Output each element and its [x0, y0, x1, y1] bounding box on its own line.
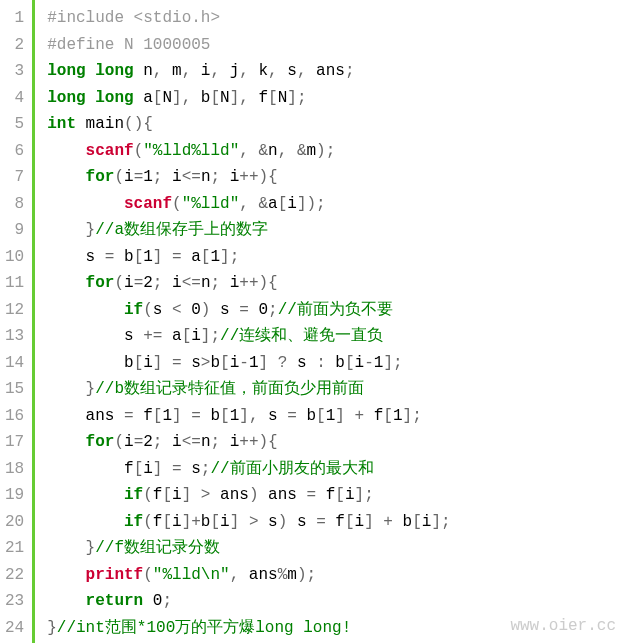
token-pun: [: [182, 327, 192, 345]
token-pun: [: [153, 407, 163, 425]
token-pun: =: [105, 248, 115, 266]
token-pun: ,: [210, 62, 220, 80]
line-number: 21: [5, 535, 24, 562]
token-txt: s: [268, 513, 278, 531]
token-str: "%lld": [182, 195, 240, 213]
token-txt: m: [306, 142, 316, 160]
code-line: int main(){: [47, 111, 626, 138]
line-number: 18: [5, 456, 24, 483]
token-pun: [: [220, 407, 230, 425]
token-txt: s: [153, 301, 172, 319]
token-pun: =: [124, 407, 134, 425]
token-pun: ,: [153, 62, 163, 80]
token-pun: ] >: [182, 486, 220, 504]
token-pun: +=: [143, 327, 162, 345]
token-pun: (: [143, 486, 153, 504]
token-pun: ] >: [230, 513, 268, 531]
token-pun: ] +: [335, 407, 373, 425]
token-txt: 1: [393, 407, 403, 425]
code-line: for(i=2; i<=n; i++){: [47, 270, 626, 297]
token-txt: ans: [220, 486, 249, 504]
token-pun: ] ?: [259, 354, 297, 372]
token-str: "%lld%lld": [143, 142, 239, 160]
token-txt: m: [287, 566, 297, 584]
token-pun: (: [114, 274, 124, 292]
token-pun: ): [278, 513, 288, 531]
token-txt: i: [162, 433, 181, 451]
line-number: 7: [5, 164, 24, 191]
token-txt: i: [287, 195, 297, 213]
line-number: 19: [5, 482, 24, 509]
token-pun: ];: [201, 327, 220, 345]
code-line: for(i=2; i<=n; i++){: [47, 429, 626, 456]
code-block: 123456789101112131415161718192021222324 …: [0, 0, 626, 643]
token-pun: }: [47, 619, 57, 637]
line-number: 9: [5, 217, 24, 244]
token-txt: main: [76, 115, 124, 133]
token-pun: [: [335, 486, 345, 504]
token-txt: [86, 89, 96, 107]
token-txt: k: [249, 62, 268, 80]
token-pun: [: [383, 407, 393, 425]
line-number: 12: [5, 297, 24, 324]
token-pun: }: [86, 380, 96, 398]
token-pun: ],: [230, 89, 249, 107]
token-txt: 1: [143, 168, 153, 186]
token-pun: (: [114, 433, 124, 451]
token-pun: );: [297, 566, 316, 584]
token-txt: s: [124, 327, 143, 345]
token-pun: ]);: [297, 195, 326, 213]
token-txt: i: [220, 513, 230, 531]
token-fn: scanf: [124, 195, 172, 213]
token-fn: scanf: [86, 142, 134, 160]
token-txt: 1: [162, 407, 172, 425]
line-number: 16: [5, 403, 24, 430]
token-kw: for: [86, 274, 115, 292]
token-txt: i: [220, 274, 239, 292]
token-txt: m: [162, 62, 181, 80]
token-pun: [: [162, 513, 172, 531]
token-txt: s: [191, 460, 201, 478]
token-txt: 2: [143, 433, 153, 451]
code-line: }//f数组记录分数: [47, 535, 626, 562]
token-txt: 1: [326, 407, 336, 425]
token-txt: b: [124, 354, 134, 372]
token-txt: i: [422, 513, 432, 531]
token-pun: ];: [220, 248, 239, 266]
token-txt: b: [297, 407, 316, 425]
token-pun: ++){: [239, 433, 277, 451]
token-txt: f: [153, 486, 163, 504]
token-cmt: //a数组保存手上的数字: [95, 221, 268, 239]
line-number: 20: [5, 509, 24, 536]
token-pun: -: [364, 354, 374, 372]
token-txt: [86, 62, 96, 80]
token-txt: 1: [249, 354, 259, 372]
token-fn: printf: [86, 566, 144, 584]
token-txt: 1: [230, 407, 240, 425]
token-txt: 0: [182, 301, 201, 319]
token-cmt: //前面小朋友的最大和: [210, 460, 373, 478]
code-line: ans = f[1] = b[1], s = b[1] + f[1];: [47, 403, 626, 430]
token-txt: i: [220, 168, 239, 186]
token-txt: s: [278, 62, 297, 80]
token-pun: [: [134, 460, 144, 478]
token-pun: [: [412, 513, 422, 531]
token-pun: (: [134, 142, 144, 160]
line-number: 1: [5, 5, 24, 32]
token-pun: ] =: [153, 248, 191, 266]
token-pun: =: [239, 301, 249, 319]
token-txt: i: [162, 274, 181, 292]
token-kw: long: [47, 89, 85, 107]
token-pun: =: [134, 168, 144, 186]
line-number: 17: [5, 429, 24, 456]
token-cmt: //f数组记录分数: [95, 539, 220, 557]
code-line: long long n, m, i, j, k, s, ans;: [47, 58, 626, 85]
code-line: if(s < 0) s = 0;//前面为负不要: [47, 297, 626, 324]
token-pun: [: [162, 486, 172, 504]
token-pun: ] +: [364, 513, 402, 531]
token-txt: i: [355, 513, 365, 531]
line-number: 13: [5, 323, 24, 350]
token-str: "%lld\n": [153, 566, 230, 584]
token-txt: i: [124, 168, 134, 186]
token-pun: ,: [297, 62, 307, 80]
